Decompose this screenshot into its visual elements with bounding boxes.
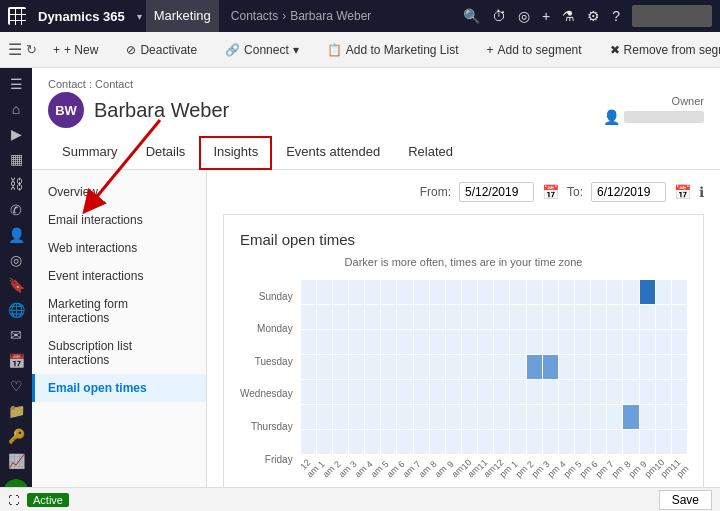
add-to-segment-button[interactable]: + Add to segment: [479, 39, 590, 61]
heatmap-cell: [333, 305, 348, 329]
nav-email-open-times[interactable]: Email open times: [32, 374, 206, 402]
heatmap-cell: [559, 405, 574, 429]
heatmap-cell: [623, 280, 638, 304]
heatmap-cell: [527, 380, 542, 404]
clock-icon[interactable]: ⏱: [492, 8, 506, 24]
heatmap-cell: [510, 380, 525, 404]
heatmap-cell: [333, 405, 348, 429]
sidebar-web-icon[interactable]: 🌐: [2, 299, 30, 322]
connect-button[interactable]: 🔗 Connect ▾: [217, 39, 307, 61]
heatmap-cell: [543, 305, 558, 329]
help-icon[interactable]: ?: [612, 8, 620, 24]
heatmap-cell: [381, 355, 396, 379]
topbar-icons: 🔍 ⏱ ◎ + ⚗ ⚙ ?: [463, 5, 712, 27]
nav-overview[interactable]: Overview: [32, 178, 206, 206]
sidebar-email-icon[interactable]: ✉: [2, 324, 30, 347]
sidebar-menu-icon[interactable]: ☰: [2, 72, 30, 95]
nav-subscription-list[interactable]: Subscription list interactions: [32, 332, 206, 374]
nav-email-interactions[interactable]: Email interactions: [32, 206, 206, 234]
heatmap-cell: [575, 405, 590, 429]
sidebar-dashboard-icon[interactable]: ▦: [2, 148, 30, 171]
heatmap-cell: [494, 380, 509, 404]
remove-from-segment-button[interactable]: ✖ Remove from segment: [602, 39, 720, 61]
tab-related[interactable]: Related: [394, 136, 467, 169]
deactivate-button[interactable]: ⊘ Deactivate: [118, 39, 205, 61]
breadcrumb-contact-name[interactable]: Barbara Weber: [290, 9, 371, 23]
deactivate-icon: ⊘: [126, 43, 136, 57]
label-thursday: Thursday: [240, 415, 293, 439]
heatmap-cell: [575, 280, 590, 304]
heatmap-cell: [510, 355, 525, 379]
heatmap-cell: [494, 355, 509, 379]
add-to-marketing-list-button[interactable]: 📋 Add to Marketing List: [319, 39, 467, 61]
heatmap-cell: [591, 305, 606, 329]
app-logo[interactable]: [8, 7, 26, 25]
sidebar-calendar-icon[interactable]: 📅: [2, 349, 30, 372]
app-title[interactable]: Dynamics 365: [30, 9, 133, 24]
hamburger-icon[interactable]: ☰: [8, 40, 22, 59]
tab-summary[interactable]: Summary: [48, 136, 132, 169]
sidebar-home-icon[interactable]: ⌂: [2, 97, 30, 120]
heatmap-cell: [656, 380, 671, 404]
save-button[interactable]: Save: [659, 490, 712, 510]
heatmap-cell: [333, 430, 348, 454]
info-icon[interactable]: ℹ: [699, 184, 704, 200]
sidebar-heart-icon[interactable]: ♡: [2, 374, 30, 397]
chart-subtitle: Darker is more often, times are in your …: [240, 256, 687, 268]
tab-events-attended[interactable]: Events attended: [272, 136, 394, 169]
calendar-from-icon[interactable]: 📅: [542, 184, 559, 200]
calendar-to-icon[interactable]: 📅: [674, 184, 691, 200]
user-profile[interactable]: [632, 5, 712, 27]
heatmap-cell: [397, 430, 412, 454]
sidebar-contacts-icon[interactable]: 👤: [2, 223, 30, 246]
sidebar-play-icon[interactable]: ▶: [2, 122, 30, 145]
heatmap-cell: [527, 330, 542, 354]
nav-web-interactions[interactable]: Web interactions: [32, 234, 206, 262]
new-button[interactable]: + + New: [45, 39, 106, 61]
sidebar-circle-icon[interactable]: ◎: [2, 248, 30, 271]
nav-event-interactions[interactable]: Event interactions: [32, 262, 206, 290]
filter-icon[interactable]: ⚗: [562, 8, 575, 24]
status-bar: ⛶ Active Save: [0, 487, 720, 511]
heatmap-cell: [365, 280, 380, 304]
heatmap-cell: [430, 330, 445, 354]
heatmap-cell: [462, 330, 477, 354]
sidebar-folder-icon[interactable]: 📁: [2, 399, 30, 422]
heatmap-cell: [365, 305, 380, 329]
heatmap-cell: [349, 380, 364, 404]
tab-insights[interactable]: Insights: [199, 136, 272, 170]
heatmap-cell: [446, 330, 461, 354]
search-icon[interactable]: 🔍: [463, 8, 480, 24]
sidebar-bookmark-icon[interactable]: 🔖: [2, 274, 30, 297]
location-icon[interactable]: ◎: [518, 8, 530, 24]
heatmap-cell: [575, 330, 590, 354]
content-area: Contact : Contact BW Barbara Weber Owner…: [32, 68, 720, 511]
sidebar-phone-icon[interactable]: ✆: [2, 198, 30, 221]
heatmap-cell: [317, 430, 332, 454]
date-from-input[interactable]: [459, 182, 534, 202]
breadcrumb-contacts[interactable]: Contacts: [231, 9, 278, 23]
date-to-input[interactable]: [591, 182, 666, 202]
tab-details[interactable]: Details: [132, 136, 200, 169]
add-icon[interactable]: +: [542, 8, 550, 24]
heatmap-cell: [591, 405, 606, 429]
date-to-label: To:: [567, 185, 583, 199]
expand-icon[interactable]: ⛶: [8, 494, 19, 506]
heatmap-cell: [623, 355, 638, 379]
sidebar-link-icon[interactable]: ⛓: [2, 173, 30, 196]
module-label[interactable]: Marketing: [146, 0, 219, 32]
heatmap-cell: [414, 280, 429, 304]
heatmap-cell: [301, 380, 316, 404]
heatmap-cell: [349, 355, 364, 379]
heatmap-cell: [575, 305, 590, 329]
breadcrumb: Contacts › Barbara Weber: [223, 9, 380, 23]
nav-marketing-form[interactable]: Marketing form interactions: [32, 290, 206, 332]
heatmap-cell: [462, 430, 477, 454]
sidebar-key-icon[interactable]: 🔑: [2, 425, 30, 448]
heatmap-cell: [543, 330, 558, 354]
settings-icon[interactable]: ⚙: [587, 8, 600, 24]
sidebar-chart-icon[interactable]: 📈: [2, 450, 30, 473]
x-label-11pm: 11 pm: [667, 456, 691, 480]
refresh-icon[interactable]: ↻: [26, 42, 37, 57]
contact-title-row: BW Barbara Weber Owner 👤: [48, 92, 704, 128]
